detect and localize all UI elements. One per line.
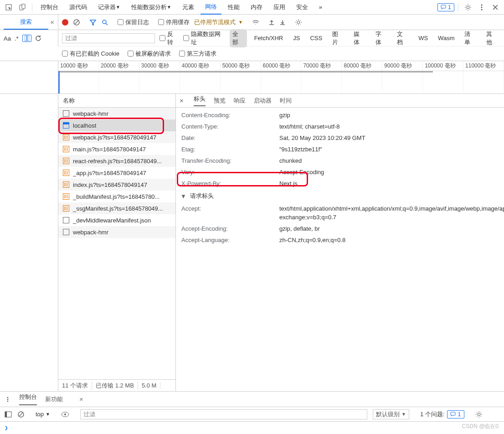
device-icon[interactable] bbox=[16, 1, 28, 13]
record-button[interactable] bbox=[62, 19, 68, 26]
filter-type-js[interactable]: JS bbox=[290, 34, 303, 42]
request-row[interactable]: main.js?ts=1684578049147 bbox=[58, 143, 175, 155]
js-icon bbox=[63, 134, 69, 140]
headers-body: Content-Encoding:gzipContent-Type:text/h… bbox=[176, 108, 504, 391]
tab-performance[interactable]: 性能 bbox=[223, 0, 244, 15]
search-close-icon[interactable]: × bbox=[50, 18, 54, 26]
issues-link[interactable]: 1 个问题: 1 bbox=[420, 410, 464, 418]
request-name: _ssgManifest.js?ts=1684578049... bbox=[73, 205, 163, 212]
header-key: Date: bbox=[181, 134, 279, 142]
console-sidebar-icon[interactable] bbox=[5, 411, 12, 418]
issues-badge[interactable]: 1 bbox=[437, 3, 454, 11]
close-icon[interactable] bbox=[489, 1, 501, 13]
invert-checkbox[interactable]: 反转 bbox=[159, 30, 179, 46]
timeline-tick: 20000 毫秒 bbox=[99, 61, 139, 71]
html-icon bbox=[63, 122, 69, 129]
tabs-more[interactable]: » bbox=[314, 0, 327, 15]
request-row[interactable]: webpack.js?ts=1684578049147 bbox=[58, 131, 175, 143]
request-row[interactable]: _ssgManifest.js?ts=1684578049... bbox=[58, 202, 175, 214]
drawer-close-icon[interactable]: × bbox=[79, 395, 83, 403]
tab-elements[interactable]: 元素 bbox=[178, 0, 199, 15]
request-row[interactable]: webpack-hmr bbox=[58, 226, 175, 238]
filter-type-all[interactable]: 全部 bbox=[230, 29, 247, 47]
column-toggle[interactable] bbox=[22, 35, 31, 42]
timeline[interactable]: 10000 毫秒20000 毫秒30000 毫秒40000 毫秒50000 毫秒… bbox=[58, 61, 504, 94]
filter-input[interactable]: 过滤 bbox=[62, 33, 155, 43]
wifi-icon[interactable] bbox=[252, 19, 259, 26]
regex-toggle[interactable]: .* bbox=[15, 35, 19, 42]
name-column-header[interactable]: 名称 bbox=[58, 94, 175, 108]
request-row[interactable]: webpack-hmr bbox=[58, 108, 175, 119]
status-footer: 11 个请求 已传输 1.2 MB 5.0 M bbox=[58, 379, 175, 391]
filter-type-other[interactable]: 其他 bbox=[483, 29, 500, 47]
upload-icon[interactable] bbox=[268, 19, 275, 26]
tab-headers[interactable]: 标头 bbox=[194, 95, 206, 106]
filter-type-wasm[interactable]: Wasm bbox=[435, 34, 457, 42]
filter-type-ws[interactable]: WS bbox=[416, 34, 431, 42]
filter-type-media[interactable]: 媒体 bbox=[351, 29, 368, 47]
tab-response[interactable]: 响应 bbox=[234, 97, 246, 105]
drawer-tab-whatsnew[interactable]: 新功能 bbox=[45, 395, 63, 403]
console-filter-input[interactable]: 过滤 bbox=[80, 409, 367, 419]
filter-icon[interactable] bbox=[89, 19, 97, 26]
live-expression-icon[interactable] bbox=[61, 412, 69, 417]
log-level-label: 默认级别 bbox=[376, 410, 400, 418]
console-clear-icon[interactable] bbox=[17, 411, 25, 418]
drawer-kebab-icon[interactable] bbox=[5, 396, 11, 403]
request-row[interactable]: _devMiddlewareManifest.json bbox=[58, 214, 175, 226]
settings-icon[interactable] bbox=[295, 19, 302, 26]
inspect-icon[interactable] bbox=[3, 1, 15, 13]
request-row[interactable]: react-refresh.js?ts=1684578049... bbox=[58, 155, 175, 167]
svg-point-13 bbox=[7, 397, 9, 398]
devtools-tabbar: 控制台 源代码 记录器 ▼ 性能数据分析 ▼ 元素 网络 性能 内存 应用 安全… bbox=[0, 0, 504, 15]
refresh-icon[interactable] bbox=[35, 35, 41, 41]
tab-perf-insights[interactable]: 性能数据分析 ▼ bbox=[127, 0, 176, 15]
tab-memory[interactable]: 内存 bbox=[246, 0, 267, 15]
gear-icon[interactable] bbox=[462, 1, 474, 13]
request-row[interactable]: localhost bbox=[58, 119, 175, 131]
context-select[interactable]: top ▼ bbox=[36, 411, 50, 418]
third-party-checkbox[interactable]: 第三方请求 bbox=[179, 50, 216, 58]
blocked-cookies-checkbox[interactable]: 有已拦截的 Cookie bbox=[62, 50, 119, 58]
preserve-log-checkbox[interactable]: 保留日志 bbox=[118, 18, 149, 26]
close-details-icon[interactable]: × bbox=[180, 97, 184, 104]
throttle-select[interactable]: 已停用节流模式▼ bbox=[194, 18, 243, 26]
search-icon[interactable] bbox=[101, 19, 108, 26]
tab-initiator[interactable]: 启动器 bbox=[254, 97, 272, 105]
clear-icon[interactable] bbox=[73, 19, 80, 26]
section-title: 请求标头 bbox=[190, 192, 214, 200]
header-key: Transfer-Encoding: bbox=[181, 156, 279, 165]
filter-type-fetch[interactable]: Fetch/XHR bbox=[252, 34, 286, 42]
request-row[interactable]: _app.js?ts=1684578049147 bbox=[58, 167, 175, 179]
filter-type-manifest[interactable]: 清单 bbox=[462, 29, 478, 47]
filter-type-doc[interactable]: 文档 bbox=[394, 29, 411, 47]
drawer-tab-console[interactable]: 控制台 bbox=[19, 393, 37, 405]
tab-timing[interactable]: 时间 bbox=[280, 97, 292, 105]
blocked-requests-checkbox[interactable]: 被屏蔽的请求 bbox=[128, 50, 171, 58]
disable-cache-checkbox[interactable]: 停用缓存 bbox=[158, 18, 190, 26]
issue-count: 1 bbox=[448, 4, 451, 10]
console-settings-icon[interactable] bbox=[475, 411, 483, 418]
tab-console[interactable]: 控制台 bbox=[36, 0, 63, 15]
filter-type-css[interactable]: CSS bbox=[307, 34, 325, 42]
tab-security[interactable]: 安全 bbox=[292, 0, 313, 15]
case-sensitive-toggle[interactable]: Aa bbox=[4, 35, 11, 42]
request-name: _devMiddlewareManifest.json bbox=[73, 217, 151, 224]
request-row[interactable]: _buildManifest.js?ts=16845780... bbox=[58, 191, 175, 202]
console-prompt[interactable]: ❯ bbox=[0, 422, 504, 434]
search-results-pane bbox=[0, 94, 58, 391]
tab-application[interactable]: 应用 bbox=[269, 0, 290, 15]
hide-data-urls-checkbox[interactable]: 隐藏数据网址 bbox=[183, 30, 225, 46]
request-headers-section[interactable]: ▼请求标头 原始 bbox=[176, 189, 504, 203]
kebab-icon[interactable] bbox=[476, 1, 488, 13]
tab-network[interactable]: 网络 bbox=[201, 0, 221, 15]
search-tab[interactable]: 搜索 bbox=[4, 15, 48, 30]
tab-preview[interactable]: 预览 bbox=[214, 97, 226, 105]
request-row[interactable]: index.js?ts=1684578049147 bbox=[58, 179, 175, 191]
tab-recorder[interactable]: 记录器 ▼ bbox=[93, 0, 125, 15]
filter-type-font[interactable]: 字体 bbox=[373, 29, 390, 47]
download-icon[interactable] bbox=[279, 19, 286, 26]
filter-type-img[interactable]: 图片 bbox=[329, 29, 346, 47]
log-level-select[interactable]: 默认级别 ▼ bbox=[373, 409, 409, 419]
tab-sources[interactable]: 源代码 bbox=[65, 0, 92, 15]
